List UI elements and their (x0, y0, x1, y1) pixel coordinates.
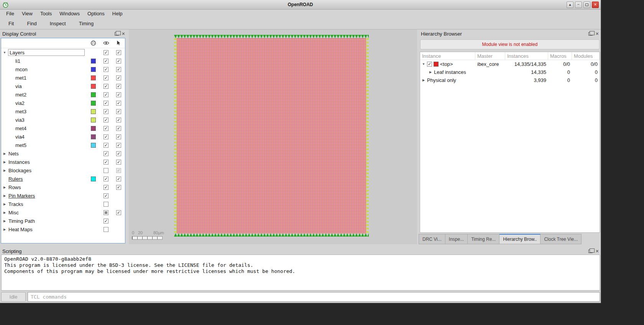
expander-icon[interactable]: ▶ (1, 152, 8, 155)
tcl-command-input[interactable] (28, 292, 600, 302)
expander-icon[interactable]: ▶ (1, 219, 8, 223)
selectable-checkbox[interactable]: ✓ (116, 185, 121, 190)
toolbar-fit[interactable]: Fit (5, 20, 17, 28)
selectable-checkbox[interactable]: ✓ (116, 126, 121, 131)
column-header-master[interactable]: Master (475, 52, 505, 60)
tree-label-mcon[interactable]: mcon (15, 67, 87, 72)
visible-checkbox[interactable]: ✓ (104, 151, 108, 156)
tree-label-rulers[interactable]: Rulers (8, 176, 87, 182)
layer-color-swatch[interactable] (91, 101, 96, 106)
selectable-checkbox[interactable]: ✓ (116, 101, 121, 106)
hierarchy-row-leaf-instances[interactable]: ▶Leaf instances14,33500 (420, 68, 600, 76)
tree-label-via[interactable]: via (15, 83, 87, 89)
expander-icon[interactable]: ▶ (1, 228, 8, 231)
selectable-checkbox[interactable]: ✓ (116, 75, 121, 80)
selectable-checkbox[interactable]: ✓ (116, 67, 121, 72)
tree-label-instances[interactable]: Instances (8, 159, 87, 165)
layout-canvas[interactable]: 02080µm (129, 29, 417, 244)
visible-checkbox[interactable]: ✓ (104, 185, 108, 190)
minimize-button[interactable]: − (575, 2, 582, 8)
tree-label-met5[interactable]: met5 (15, 142, 87, 148)
expander-icon[interactable]: ▶ (422, 78, 426, 82)
menu-help[interactable]: Help (108, 10, 127, 18)
tab-timing-re[interactable]: Timing Re... (468, 234, 499, 244)
expander-icon[interactable]: ▶ (1, 203, 8, 206)
toolbar-find[interactable]: Find (24, 20, 39, 28)
visible-checkbox[interactable] (104, 202, 108, 207)
column-header-instances[interactable]: Instances (505, 52, 548, 60)
scripting-output[interactable]: OpenROAD v2.0-8870-g8aabb2ef8This progra… (1, 255, 600, 291)
menu-options[interactable]: Options (84, 10, 108, 18)
expander-icon[interactable]: ▶ (1, 211, 8, 214)
selectable-checkbox[interactable]: ✓ (116, 151, 121, 156)
layer-color-swatch[interactable] (91, 109, 96, 114)
tree-label-pin-markers[interactable]: Pin Markers (8, 193, 87, 199)
visible-checkbox[interactable] (104, 210, 108, 215)
visible-checkbox[interactable]: ✓ (104, 109, 108, 114)
visible-checkbox[interactable]: ✓ (104, 101, 108, 106)
tree-label-met3[interactable]: met3 (15, 109, 87, 114)
expander-icon[interactable]: ▶ (1, 169, 8, 172)
visible-checkbox[interactable]: ✓ (104, 160, 108, 165)
selectable-checkbox[interactable]: ✓ (116, 210, 121, 215)
layer-color-swatch[interactable] (91, 67, 96, 72)
visible-checkbox[interactable]: ✓ (104, 75, 108, 80)
visible-checkbox[interactable] (104, 168, 108, 173)
tab-inspe[interactable]: Inspe... (445, 234, 468, 244)
tree-label-met4[interactable]: met4 (15, 126, 87, 131)
layer-color-swatch[interactable] (91, 126, 96, 131)
selectable-checkbox[interactable]: ✓ (116, 160, 121, 165)
close-panel-icon[interactable]: × (596, 249, 599, 253)
close-panel-icon[interactable]: × (122, 31, 125, 36)
selectable-checkbox[interactable]: ✓ (116, 92, 121, 97)
selectable-column-header[interactable] (112, 41, 125, 46)
expander-icon[interactable]: ▼ (1, 51, 8, 54)
tab-hierarchy-brow[interactable]: Hierarchy Brow.. (499, 234, 540, 244)
column-header-modules[interactable]: Modules (572, 52, 600, 60)
visible-checkbox[interactable]: ✓ (104, 92, 108, 97)
tree-label-via2[interactable]: via2 (15, 100, 87, 106)
visible-column-header[interactable] (100, 41, 112, 45)
tree-label-met2[interactable]: met2 (15, 92, 87, 98)
expander-icon[interactable]: ▼ (422, 62, 426, 66)
visible-checkbox[interactable]: ✓ (104, 50, 108, 55)
selectable-checkbox[interactable]: ✓ (116, 118, 121, 122)
tree-label-via4[interactable]: via4 (15, 134, 87, 140)
visible-checkbox[interactable]: ✓ (104, 118, 108, 122)
selectable-checkbox[interactable]: ✓ (116, 168, 121, 173)
tree-label-misc[interactable]: Misc (8, 210, 87, 216)
expander-icon[interactable]: ▶ (1, 160, 8, 164)
layer-color-swatch[interactable] (91, 84, 96, 89)
visible-checkbox[interactable]: ✓ (104, 59, 108, 64)
tree-label-rows[interactable]: Rows (8, 185, 87, 190)
float-panel-icon[interactable] (115, 32, 119, 36)
close-panel-icon[interactable]: × (596, 31, 599, 36)
tree-label-layers[interactable]: Layers (8, 49, 85, 56)
close-button[interactable]: × (592, 2, 599, 8)
tab-clock-tree-vie[interactable]: Clock Tree Vie... (540, 234, 582, 244)
tree-label-tracks[interactable]: Tracks (8, 201, 87, 207)
tree-label-heat-maps[interactable]: Heat Maps (8, 227, 87, 232)
layer-color-swatch[interactable] (91, 59, 96, 64)
tree-label-nets[interactable]: Nets (8, 151, 87, 157)
title-bar[interactable]: OpenROAD ▴ − × (0, 0, 601, 10)
visible-checkbox[interactable]: ✓ (104, 176, 108, 181)
visible-checkbox[interactable]: ✓ (104, 67, 108, 72)
visible-checkbox[interactable]: ✓ (104, 143, 108, 148)
expander-icon[interactable]: ▶ (429, 70, 432, 74)
menu-windows[interactable]: Windows (56, 10, 84, 18)
layer-color-swatch[interactable] (91, 92, 96, 97)
menu-tools[interactable]: Tools (36, 10, 56, 18)
selectable-checkbox[interactable]: ✓ (116, 134, 121, 139)
layer-color-swatch[interactable] (91, 134, 96, 139)
expander-icon[interactable]: ▶ (1, 186, 8, 189)
visible-checkbox[interactable]: ✓ (104, 219, 108, 224)
float-panel-icon[interactable] (588, 32, 593, 36)
visible-checkbox[interactable]: ✓ (104, 84, 108, 89)
expander-icon[interactable]: ▶ (1, 194, 8, 198)
visible-checkbox[interactable] (104, 227, 108, 232)
column-header-macros[interactable]: Macros (548, 52, 572, 60)
color-column-header[interactable] (87, 40, 100, 46)
selectable-checkbox[interactable]: ✓ (116, 109, 121, 114)
menu-view[interactable]: View (18, 10, 36, 18)
